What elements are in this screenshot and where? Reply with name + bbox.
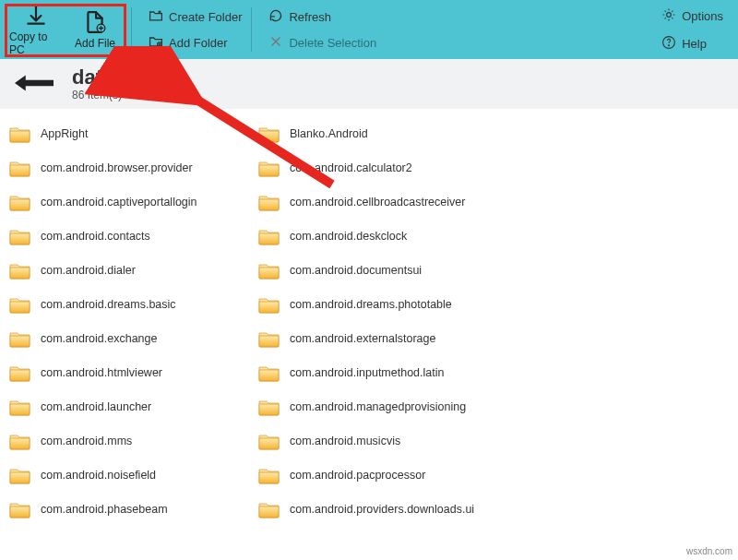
folder-item[interactable]: com.android.managedprovisioning <box>255 389 732 423</box>
folder-item[interactable]: com.android.noisefield <box>6 458 255 492</box>
folder-item[interactable]: com.android.launcher <box>6 389 255 423</box>
folder-item[interactable]: com.android.dialer <box>6 253 255 287</box>
help-button[interactable]: Help <box>661 32 723 54</box>
folder-item[interactable]: com.android.contacts <box>6 219 255 253</box>
folder-label: com.android.launcher <box>41 400 151 413</box>
folder-icon <box>258 193 280 211</box>
folder-label: com.android.deskclock <box>290 230 407 243</box>
gear-icon <box>661 7 676 25</box>
folder-label: com.android.mms <box>41 435 132 447</box>
folder-item[interactable]: com.android.inputmethod.latin <box>255 355 732 389</box>
options-label: Options <box>682 9 723 23</box>
copy-to-pc-label: Copy to PC <box>9 30 63 56</box>
refresh-label: Refresh <box>289 10 331 24</box>
folder-label: com.android.musicvis <box>290 435 400 447</box>
folder-label: com.android.documentsui <box>290 264 422 277</box>
help-icon <box>661 35 676 53</box>
download-icon <box>24 4 48 30</box>
folder-plus-icon <box>149 8 163 26</box>
folder-label: com.android.captiveportallogin <box>41 196 197 209</box>
add-file-label: Add File <box>75 37 115 50</box>
folder-item[interactable]: com.android.exchange <box>6 321 255 355</box>
folder-icon <box>9 329 31 348</box>
folder-icon <box>258 363 280 382</box>
folder-icon <box>258 432 280 450</box>
folder-icon <box>258 398 280 416</box>
file-plus-icon <box>83 10 107 37</box>
folder-item[interactable]: com.android.musicvis <box>255 423 732 458</box>
page-title: data <box>72 66 122 88</box>
folder-item[interactable]: com.android.cellbroadcastreceiver <box>255 185 732 219</box>
folder-label: com.android.providers.downloads.ui <box>290 503 474 516</box>
folder-label: com.android.inputmethod.latin <box>290 366 444 379</box>
toolbar-divider <box>251 7 252 52</box>
folder-label: AppRight <box>41 127 88 140</box>
delete-selection-button: Delete Selection <box>268 31 376 54</box>
folder-icon <box>9 261 31 280</box>
folder-label: com.android.contacts <box>41 230 150 243</box>
folder-icon <box>9 227 31 245</box>
folder-icon <box>258 159 280 177</box>
breadcrumb: data 86 Item(s) <box>0 59 738 109</box>
folder-icon <box>9 432 31 450</box>
folder-icon <box>258 295 280 314</box>
add-folder-button[interactable]: Add Folder <box>149 31 242 54</box>
delete-icon <box>268 34 283 52</box>
folder-label: com.android.dreams.basic <box>41 298 176 311</box>
folder-label: com.android.managedprovisioning <box>290 400 466 413</box>
toolbar-divider <box>131 7 132 52</box>
refresh-icon <box>268 8 283 26</box>
create-folder-button[interactable]: Create Folder <box>149 6 242 28</box>
add-folder-label: Add Folder <box>169 36 228 50</box>
folder-item[interactable]: com.android.pacprocessor <box>255 458 732 492</box>
folder-label: com.android.phasebeam <box>41 503 168 516</box>
folder-icon <box>258 500 280 518</box>
watermark: wsxdn.com <box>686 546 732 556</box>
svg-point-4 <box>669 44 670 45</box>
folder-add-icon <box>149 34 163 52</box>
folder-label: com.android.noisefield <box>41 469 156 482</box>
back-button[interactable] <box>15 74 54 95</box>
folder-icon <box>258 261 280 280</box>
folder-item[interactable]: com.android.browser.provider <box>6 150 255 185</box>
folder-item[interactable]: com.android.providers.downloads.ui <box>255 492 732 526</box>
item-count: 86 Item(s) <box>72 89 122 101</box>
delete-selection-label: Delete Selection <box>289 36 376 50</box>
folder-icon <box>9 500 31 518</box>
folder-label: com.android.pacprocessor <box>290 469 425 482</box>
folder-item[interactable]: com.android.externalstorage <box>255 321 732 355</box>
folder-item[interactable]: AppRight <box>6 116 255 150</box>
folder-icon <box>9 398 31 416</box>
folder-item[interactable]: com.android.dreams.basic <box>6 287 255 321</box>
folder-icon <box>9 159 31 177</box>
folder-item[interactable]: com.android.documentsui <box>255 253 732 287</box>
folder-item[interactable]: Blanko.Android <box>255 116 732 150</box>
folder-item[interactable]: com.android.phasebeam <box>6 492 255 526</box>
arrow-left-icon <box>15 81 54 95</box>
folder-icon <box>9 466 31 484</box>
folder-label: com.android.calculator2 <box>290 161 412 174</box>
add-file-button[interactable]: Add File <box>68 6 122 54</box>
folder-label: com.android.externalstorage <box>290 332 435 345</box>
folder-item[interactable]: com.android.captiveportallogin <box>6 185 255 219</box>
folder-item[interactable]: com.android.dreams.phototable <box>255 287 732 321</box>
folder-label: com.android.exchange <box>41 332 157 345</box>
folder-icon <box>258 125 280 143</box>
folder-label: com.android.htmlviewer <box>41 366 162 379</box>
folder-label: com.android.dialer <box>41 264 136 277</box>
file-grid[interactable]: AppRight Blanko.Android com.android.brow… <box>0 109 738 560</box>
copy-to-pc-button[interactable]: Copy to PC <box>9 6 63 54</box>
create-folder-label: Create Folder <box>169 10 242 24</box>
folder-item[interactable]: com.android.htmlviewer <box>6 355 255 389</box>
folder-icon <box>9 193 31 211</box>
folder-icon <box>258 466 280 484</box>
folder-label: Blanko.Android <box>290 127 368 140</box>
folder-item[interactable]: com.android.calculator2 <box>255 150 732 185</box>
toolbar: Copy to PC Add File Create Folder Add Fo… <box>0 0 738 59</box>
folder-item[interactable]: com.android.mms <box>6 423 255 458</box>
folder-icon <box>258 329 280 348</box>
options-button[interactable]: Options <box>661 5 723 27</box>
folder-item[interactable]: com.android.deskclock <box>255 219 732 253</box>
folder-label: com.android.cellbroadcastreceiver <box>290 196 465 209</box>
refresh-button[interactable]: Refresh <box>268 6 376 28</box>
